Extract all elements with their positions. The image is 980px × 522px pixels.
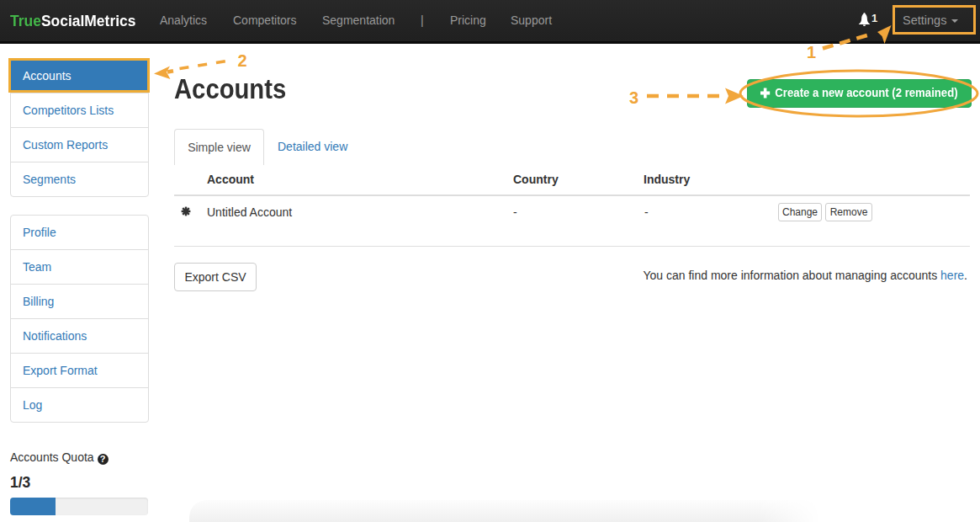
svg-text:1: 1 — [871, 12, 877, 24]
svg-text:2: 2 — [238, 51, 247, 70]
svg-text:1: 1 — [807, 43, 816, 61]
svg-text:3: 3 — [629, 88, 638, 107]
